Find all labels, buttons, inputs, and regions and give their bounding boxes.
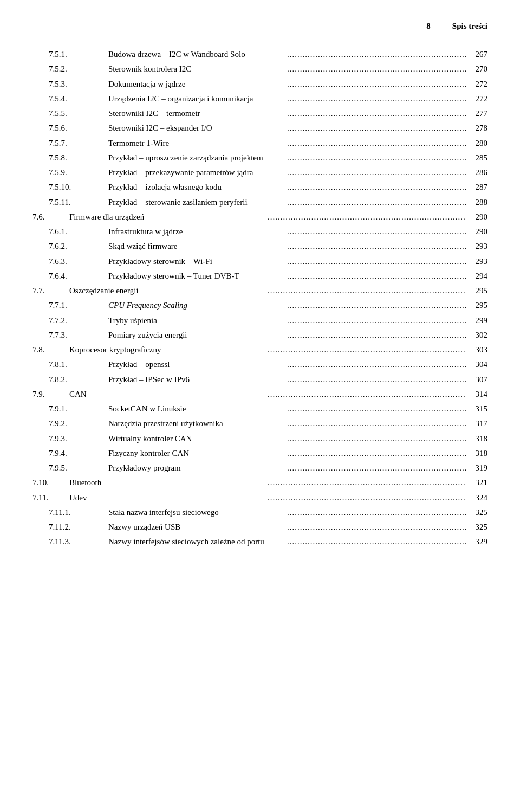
toc-page: 287	[466, 181, 487, 194]
toc-number: 7.8.2.	[49, 373, 108, 386]
toc-entry: 7.7.Oszczędzanie energii295	[32, 285, 487, 297]
toc-entry: 7.8.Koprocesor kryptograficzny303	[32, 344, 487, 356]
toc-page: 317	[466, 417, 487, 430]
toc-dots	[287, 48, 466, 61]
toc-entry: 7.6.4.Przykładowy sterownik – Tuner DVB-…	[32, 270, 487, 282]
toc-dots	[268, 344, 466, 356]
toc-number: 7.9.1.	[49, 403, 108, 415]
toc-dots	[287, 63, 466, 75]
toc-page: 319	[466, 462, 487, 474]
toc-label: Przykładowy program	[108, 462, 287, 474]
toc-dots	[287, 196, 466, 209]
toc-number: 7.5.4.	[49, 93, 108, 105]
toc-dots	[268, 492, 466, 504]
toc-container: 7.5.1.Budowa drzewa – I2C w Wandboard So…	[32, 48, 487, 549]
toc-entry: 7.7.1.CPU Frequency Scaling295	[32, 299, 487, 312]
toc-label: Sterowniki I2C – ekspander I/O	[108, 122, 287, 134]
toc-dots	[268, 388, 466, 401]
toc-dots	[287, 447, 466, 460]
toc-page: 294	[466, 270, 487, 282]
toc-dots	[268, 476, 466, 489]
toc-number: 7.9.4.	[49, 447, 108, 460]
toc-label: Przykładowy sterownik – Wi-Fi	[108, 255, 287, 268]
toc-page: 280	[466, 137, 487, 150]
toc-entry: 7.9.4.Fizyczny kontroler CAN318	[32, 447, 487, 460]
toc-dots	[287, 358, 466, 371]
toc-entry: 7.5.11.Przykład – sterowanie zasilaniem …	[32, 196, 487, 209]
toc-number: 7.5.1.	[49, 48, 108, 61]
toc-page: 324	[466, 492, 487, 504]
toc-label: Nazwy urządzeń USB	[108, 521, 287, 533]
toc-label: Przykładowy sterownik – Tuner DVB-T	[108, 270, 287, 282]
toc-entry: 7.5.10.Przykład – izolacja własnego kodu…	[32, 181, 487, 194]
toc-page: 277	[466, 107, 487, 120]
toc-label: Sterowniki I2C – termometr	[108, 107, 287, 120]
toc-page: 267	[466, 48, 487, 61]
toc-dots	[268, 285, 466, 297]
toc-page: 286	[466, 166, 487, 179]
header-title: Spis treści	[452, 22, 487, 31]
toc-page: 303	[466, 344, 487, 356]
toc-number: 7.9.2.	[49, 417, 108, 430]
toc-page: 307	[466, 373, 487, 386]
toc-label: Przykład – openssl	[108, 358, 287, 371]
toc-dots	[287, 314, 466, 327]
toc-number: 7.6.1.	[49, 225, 108, 238]
toc-dots	[287, 403, 466, 415]
toc-page: 293	[466, 240, 487, 253]
toc-number: 7.9.	[32, 388, 69, 401]
toc-label: CAN	[69, 388, 268, 401]
toc-label: Bluetooth	[69, 476, 268, 489]
header-page-number: 8	[426, 22, 431, 31]
toc-entry: 7.9.2.Narzędzia przestrzeni użytkownika3…	[32, 417, 487, 430]
toc-entry: 7.11.Udev324	[32, 492, 487, 504]
toc-dots	[287, 152, 466, 164]
toc-entry: 7.11.2.Nazwy urządzeń USB325	[32, 521, 487, 533]
toc-number: 7.11.	[32, 492, 69, 504]
toc-dots	[268, 211, 466, 223]
toc-page: 290	[466, 211, 487, 223]
toc-page: 329	[466, 536, 487, 548]
toc-dots	[287, 240, 466, 253]
toc-label: Przykład – przekazywanie parametrów jądr…	[108, 166, 287, 179]
toc-dots	[287, 329, 466, 341]
toc-entry: 7.6.Firmware dla urządzeń290	[32, 211, 487, 223]
toc-label: Przykład – uproszczenie zarządzania proj…	[108, 152, 287, 164]
toc-entry: 7.6.2.Skąd wziąć firmware293	[32, 240, 487, 253]
toc-entry: 7.6.3.Przykładowy sterownik – Wi-Fi293	[32, 255, 487, 268]
toc-entry: 7.5.7.Termometr 1-Wire280	[32, 137, 487, 150]
toc-entry: 7.5.6.Sterowniki I2C – ekspander I/O278	[32, 122, 487, 134]
toc-label: Oszczędzanie energii	[69, 285, 268, 297]
toc-number: 7.5.2.	[49, 63, 108, 75]
toc-entry: 7.5.3.Dokumentacja w jądrze272	[32, 78, 487, 91]
toc-entry: 7.8.2.Przykład – IPSec w IPv6307	[32, 373, 487, 386]
toc-dots	[287, 137, 466, 150]
toc-label: Budowa drzewa – I2C w Wandboard Solo	[108, 48, 287, 61]
toc-page: 295	[466, 299, 487, 312]
toc-page: 299	[466, 314, 487, 327]
toc-label: Fizyczny kontroler CAN	[108, 447, 287, 460]
toc-dots	[287, 78, 466, 91]
toc-entry: 7.9.1.SocketCAN w Linuksie315	[32, 403, 487, 415]
toc-number: 7.7.2.	[49, 314, 108, 327]
toc-number: 7.5.7.	[49, 137, 108, 150]
toc-number: 7.5.5.	[49, 107, 108, 120]
toc-entry: 7.5.5.Sterowniki I2C – termometr277	[32, 107, 487, 120]
toc-number: 7.6.	[32, 211, 69, 223]
toc-page: 304	[466, 358, 487, 371]
toc-entry: 7.5.9.Przykład – przekazywanie parametró…	[32, 166, 487, 179]
toc-label: Koprocesor kryptograficzny	[69, 344, 268, 356]
toc-page: 270	[466, 63, 487, 75]
toc-number: 7.8.1.	[49, 358, 108, 371]
toc-entry: 7.5.8.Przykład – uproszczenie zarządzani…	[32, 152, 487, 164]
toc-label: Stała nazwa interfejsu sieciowego	[108, 506, 287, 519]
toc-number: 7.7.	[32, 285, 69, 297]
toc-entry: 7.8.1.Przykład – openssl304	[32, 358, 487, 371]
toc-entry: 7.5.1.Budowa drzewa – I2C w Wandboard So…	[32, 48, 487, 61]
toc-label: Tryby uśpienia	[108, 314, 287, 327]
toc-dots	[287, 225, 466, 238]
toc-entry: 7.9.CAN314	[32, 388, 487, 401]
toc-dots	[287, 433, 466, 445]
toc-entry: 7.9.3.Wirtualny kontroler CAN318	[32, 433, 487, 445]
toc-entry: 7.10.Bluetooth321	[32, 476, 487, 489]
